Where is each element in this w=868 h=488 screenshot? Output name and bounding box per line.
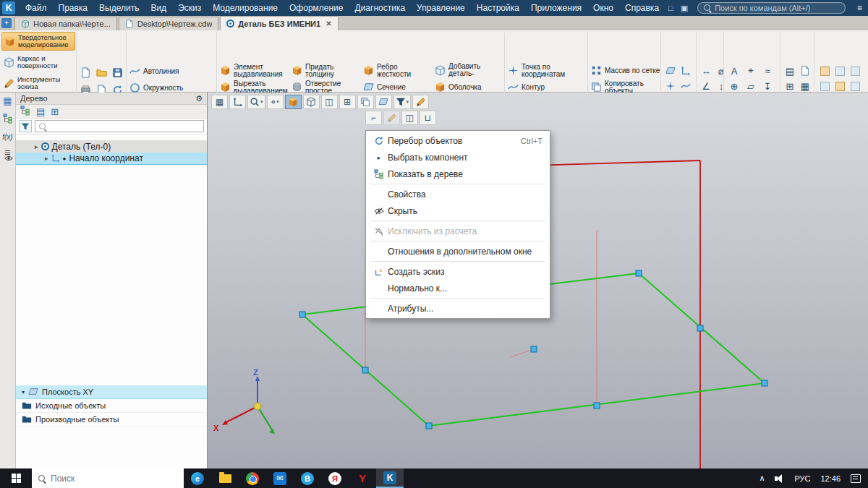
notifications-icon[interactable] xyxy=(851,474,861,483)
menu-item-properties[interactable]: Свойства xyxy=(366,186,550,202)
midpoint-handle[interactable] xyxy=(697,325,703,331)
edit-sketch-button[interactable] xyxy=(383,111,400,125)
ribbon-add-part-stock[interactable]: Добавить деталь-заготов... xyxy=(433,62,505,79)
extra-icon[interactable] xyxy=(817,64,832,78)
shaded-view-button[interactable] xyxy=(285,95,302,109)
tab-drawing-cdw[interactable]: Desktop\Чертеж.cdw xyxy=(119,17,219,30)
extra-icon[interactable] xyxy=(833,79,847,93)
mode-sketch-tools[interactable]: Инструменты эскиза xyxy=(1,74,75,93)
dim-linear-icon[interactable]: ↔ xyxy=(699,64,713,78)
grid-button[interactable]: ▦ xyxy=(211,95,228,109)
taskbar-edge[interactable]: e xyxy=(184,468,211,488)
tree-item-derived-objects[interactable]: Производные объекты xyxy=(16,413,207,427)
taskbar-chrome[interactable] xyxy=(239,468,266,488)
viewport-3d[interactable]: Z X ▦ ▾ ⌖▾ ◫ ⊞ ▾ xyxy=(208,93,868,468)
mode-solid-modeling[interactable]: Твердотельное моделирование xyxy=(1,32,75,51)
menu-select[interactable]: Выделить xyxy=(93,3,145,13)
tree-item-origin[interactable]: ▸ ● Начало координат xyxy=(16,153,207,165)
taskbar-search[interactable] xyxy=(32,468,184,488)
split-view-button[interactable]: ◫ xyxy=(321,95,338,109)
tree-search-input[interactable] xyxy=(50,122,200,131)
menu-item-normal-to[interactable]: Нормально к... xyxy=(366,280,550,296)
wireframe-view-button[interactable] xyxy=(303,95,320,109)
ribbon-point-by-coords[interactable]: Точка по координатам xyxy=(506,62,588,79)
taskbar-messenger[interactable]: B xyxy=(294,468,321,488)
aux-line-icon[interactable] xyxy=(678,79,693,93)
aux-axis-icon[interactable] xyxy=(678,64,693,78)
sheet2-icon[interactable] xyxy=(798,64,812,78)
structure-icon[interactable] xyxy=(3,114,13,126)
taskbar-yandex-browser[interactable]: Я xyxy=(321,468,349,488)
corner-button[interactable]: ⌐ xyxy=(365,111,382,125)
orientation-button[interactable]: ⌖▾ xyxy=(267,95,284,109)
tab-part-unnamed[interactable]: Деталь БЕЗ ИМЕНИ1 ✕ xyxy=(220,16,338,30)
eye-icon[interactable] xyxy=(4,154,13,165)
axes-button[interactable] xyxy=(229,95,246,109)
menu-edit[interactable]: Правка xyxy=(53,3,94,13)
taskbar-search-input[interactable] xyxy=(51,474,159,484)
taskbar-mail[interactable]: ✉ xyxy=(266,468,294,488)
midpoint-handle[interactable] xyxy=(594,403,600,408)
ribbon-rib[interactable]: Ребро жесткости xyxy=(362,62,433,79)
mode-frame-surfaces[interactable]: Каркас и поверхности xyxy=(1,53,75,72)
pane-button[interactable]: ◫ xyxy=(401,111,418,125)
taskbar-yandex[interactable]: Y xyxy=(349,468,376,488)
vertex-handle[interactable] xyxy=(426,423,432,429)
taskbar-explorer[interactable] xyxy=(211,468,239,488)
menu-help[interactable]: Справка xyxy=(619,3,665,13)
window-layout-icon[interactable]: □ xyxy=(665,4,677,12)
window-grid-button[interactable]: ⊞ xyxy=(339,95,356,109)
tree-search-box[interactable] xyxy=(35,120,204,132)
note-datum-icon[interactable]: ⌖ xyxy=(743,64,759,78)
tree-rows-icon[interactable]: ▤ xyxy=(36,106,45,117)
menu-item-cycle-objects[interactable]: Перебор объектов Ctrl+T xyxy=(366,132,550,149)
tree-item-part[interactable]: ▸ Деталь (Тел-0) xyxy=(16,140,207,153)
aux-plane-icon[interactable] xyxy=(663,64,678,78)
note-roughness-icon[interactable]: ≈ xyxy=(760,64,775,78)
new-document-button[interactable] xyxy=(78,64,93,80)
vertex-handle[interactable] xyxy=(299,312,305,317)
menu-layout[interactable]: Оформление xyxy=(284,3,349,13)
clip-button[interactable] xyxy=(375,95,392,109)
sheet4-icon[interactable]: ▦ xyxy=(798,79,812,93)
menu-item-create-sketch[interactable]: Создать эскиз xyxy=(366,263,550,280)
speaker-icon[interactable] xyxy=(775,474,784,483)
command-search-input[interactable] xyxy=(715,4,830,12)
menu-item-show-in-tree[interactable]: Показать в дереве xyxy=(366,166,550,182)
language-indicator[interactable]: РУС xyxy=(794,474,810,483)
start-button[interactable] xyxy=(0,468,32,488)
note-shape-icon[interactable]: ▱ xyxy=(743,79,759,93)
midpoint-handle[interactable] xyxy=(362,367,368,373)
ribbon-autoline[interactable]: Автолиния xyxy=(128,63,210,80)
window-filled-icon[interactable]: ▣ xyxy=(677,4,692,13)
menu-sketch[interactable]: Эскиз xyxy=(172,3,207,13)
taskbar-kompas[interactable]: K xyxy=(376,468,404,488)
variables-icon[interactable]: f(x) xyxy=(2,133,12,141)
open-button[interactable] xyxy=(94,64,109,80)
extra-icon[interactable] xyxy=(848,64,862,78)
tray-chevron-icon[interactable]: ∧ xyxy=(759,474,765,483)
tree-item-source-objects[interactable]: Исходные объекты xyxy=(16,399,207,413)
filter-button[interactable]: ▾ xyxy=(393,95,412,109)
close-tab-icon[interactable]: ✕ xyxy=(324,20,331,27)
menu-item-hide[interactable]: Скрыть xyxy=(366,202,550,219)
new-document-icon[interactable]: + xyxy=(1,18,12,28)
tree-grid-icon[interactable]: ⊞ xyxy=(51,106,59,117)
vertex-handle[interactable] xyxy=(762,380,767,386)
hamburger-icon[interactable]: ≡ xyxy=(851,3,868,13)
extra-icon[interactable] xyxy=(848,79,862,93)
command-search[interactable] xyxy=(697,2,846,14)
tree-view-icon[interactable] xyxy=(20,106,30,118)
menu-window[interactable]: Окно xyxy=(587,3,619,13)
menu-applications[interactable]: Приложения xyxy=(525,3,587,13)
menu-item-select-component[interactable]: ▸ Выбрать компонент xyxy=(366,149,550,166)
menu-item-relations-window[interactable]: Отношения в дополнительном окне xyxy=(366,243,550,260)
dim-angle-icon[interactable]: ∠ xyxy=(699,79,713,93)
gear-icon[interactable]: ⚙ xyxy=(195,94,203,103)
vertex-handle[interactable] xyxy=(636,270,642,276)
panels-icon[interactable]: ▦ xyxy=(3,95,12,106)
sheet1-icon[interactable]: ▤ xyxy=(783,64,797,78)
menu-settings[interactable]: Настройка xyxy=(471,3,525,13)
menu-file[interactable]: Файл xyxy=(20,3,53,13)
zoom-button[interactable]: ▾ xyxy=(247,95,265,109)
